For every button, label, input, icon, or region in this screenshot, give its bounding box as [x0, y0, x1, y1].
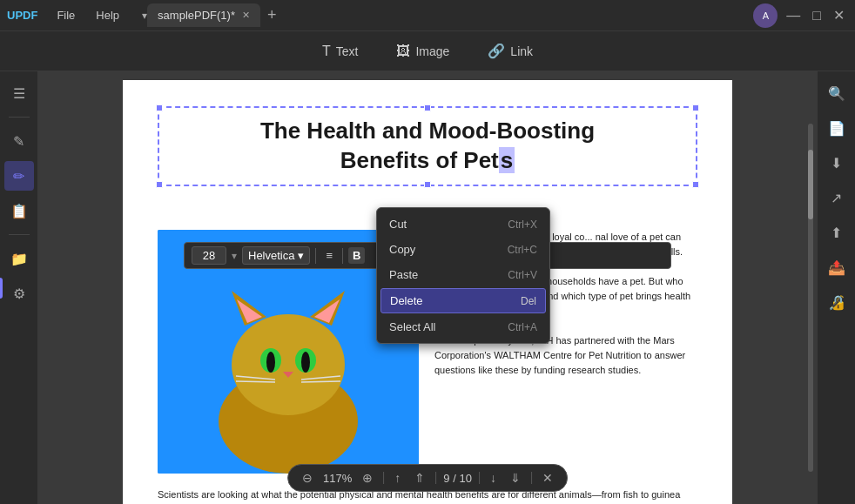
pdf-title: The Health and Mood-Boosting Benefits of… [170, 117, 685, 176]
format-align[interactable]: ≡ [321, 247, 337, 264]
toolbar-text[interactable]: T Text [313, 38, 367, 64]
bottom-bar-sep-3 [479, 472, 480, 484]
delete-label: Delete [390, 294, 423, 307]
maximize-button[interactable]: □ [809, 4, 825, 27]
paste-shortcut: Ctrl+V [508, 269, 537, 281]
svg-point-10 [301, 352, 310, 373]
font-size-input[interactable] [192, 246, 226, 265]
handle-bm[interactable] [424, 181, 431, 188]
app-logo: UPDF [7, 9, 37, 22]
right-sidebar-ocr[interactable]: 📄 [822, 113, 852, 143]
title-bar: UPDF File Help ▾ samplePDF(1)* ✕ + A — □… [0, 0, 855, 31]
delete-shortcut: Del [521, 295, 536, 307]
pdf-title-line2: Benefits of Pets [340, 147, 515, 173]
toolbar-link[interactable]: 🔗 Link [479, 37, 542, 64]
menu-help[interactable]: Help [87, 5, 128, 25]
sidebar-divider-1 [9, 117, 30, 118]
tab-add-button[interactable]: + [267, 6, 277, 24]
text-icon: T [322, 44, 331, 59]
cut-shortcut: Ctrl+X [508, 218, 537, 231]
zoom-in-button[interactable]: ⊕ [359, 469, 376, 487]
font-family-label: Helvetica [248, 249, 294, 262]
toolbar-image-label: Image [415, 44, 449, 58]
format-sep-2 [342, 248, 343, 264]
right-sidebar-stamp[interactable]: 🔏 [822, 287, 852, 317]
sidebar-icon-organize[interactable]: 📋 [4, 196, 34, 225]
svg-line-13 [236, 381, 275, 382]
context-menu-paste[interactable]: Paste Ctrl+V [377, 262, 549, 287]
left-sidebar: ☰ ✎ ✏ 📋 📁 ⚙ [0, 71, 38, 504]
toolbar-link-label: Link [510, 44, 533, 58]
handle-tm[interactable] [424, 104, 431, 111]
active-indicator [0, 278, 3, 299]
nav-top-button[interactable]: ⇑ [411, 469, 428, 487]
sidebar-divider-2 [9, 234, 30, 235]
page-indicator: 9 / 10 [443, 472, 472, 485]
tab-close-icon[interactable]: ✕ [242, 10, 250, 21]
toolbar-image[interactable]: 🖼 Image [387, 38, 458, 64]
pdf-title-line1: The Health and Mood-Boosting [260, 118, 595, 144]
nav-down-button[interactable]: ↓ [487, 469, 500, 487]
scrollbar-thumb[interactable] [808, 150, 813, 219]
right-sidebar-download[interactable]: ⬇ [822, 148, 852, 178]
handle-br[interactable] [692, 181, 699, 188]
avatar[interactable]: A [753, 3, 778, 28]
toolbar-text-label: Text [336, 44, 359, 58]
sidebar-icon-pages[interactable]: ☰ [4, 78, 34, 108]
right-sidebar-share[interactable]: ↗ [822, 183, 852, 212]
handle-tr[interactable] [692, 104, 699, 111]
svg-point-9 [266, 352, 275, 373]
sidebar-icon-forms[interactable]: 📁 [4, 244, 34, 273]
font-family-arrow: ▾ [298, 249, 304, 262]
right-sidebar-search[interactable]: 🔍 [822, 78, 852, 108]
copy-label: Copy [389, 243, 415, 256]
context-menu: Cut Ctrl+X Copy Ctrl+C Paste Ctrl+V Dele… [376, 207, 550, 344]
format-bold[interactable]: B [348, 247, 365, 264]
page-current: 9 [443, 472, 449, 485]
bottom-bar-sep-4 [531, 472, 532, 484]
format-sep-1 [315, 248, 316, 264]
nav-bottom-button[interactable]: ⇓ [507, 469, 524, 487]
select-all-label: Select All [389, 320, 435, 333]
svg-line-15 [301, 381, 340, 382]
right-sidebar-export[interactable]: 📤 [822, 252, 852, 282]
handle-bl[interactable] [156, 181, 163, 188]
nav-up-button[interactable]: ↑ [391, 469, 404, 487]
bottom-bar-sep-2 [435, 472, 436, 484]
page-total: 10 [459, 472, 471, 485]
tab-area: ▾ samplePDF(1)* ✕ + [138, 3, 750, 27]
close-nav-button[interactable]: ✕ [539, 469, 556, 487]
cut-label: Cut [389, 218, 407, 231]
font-size-arrow[interactable]: ▾ [232, 250, 237, 262]
sidebar-icon-edit[interactable]: ✎ [4, 126, 34, 156]
bottom-bar: ⊖ 117% ⊕ ↑ ⇑ 9 / 10 ↓ ⇓ ✕ [287, 464, 568, 492]
context-menu-select-all[interactable]: Select All Ctrl+A [377, 314, 549, 339]
select-all-shortcut: Ctrl+A [508, 321, 537, 333]
paste-label: Paste [389, 268, 418, 281]
tab-title: samplePDF(1)* [158, 9, 235, 22]
copy-shortcut: Ctrl+C [508, 244, 537, 256]
toolbar: T Text 🖼 Image 🔗 Link [0, 31, 855, 71]
title-selection-box: The Health and Mood-Boosting Benefits of… [158, 106, 697, 186]
right-sidebar-upload[interactable]: ⬆ [822, 218, 852, 247]
right-sidebar: 🔍 📄 ⬇ ↗ ⬆ 📤 🔏 [817, 71, 855, 504]
link-icon: 🔗 [488, 43, 505, 59]
scrollbar[interactable] [808, 124, 813, 472]
active-tab[interactable]: samplePDF(1)* ✕ [147, 3, 260, 27]
sidebar-icon-annotate[interactable]: ✏ [4, 161, 34, 191]
bottom-bar-sep-1 [383, 472, 384, 484]
context-menu-copy[interactable]: Copy Ctrl+C [377, 237, 549, 262]
sidebar-icon-settings[interactable]: ⚙ [4, 279, 34, 308]
minimize-button[interactable]: — [783, 4, 804, 27]
main-content: The Health and Mood-Boosting Benefits of… [38, 71, 817, 504]
menu-file[interactable]: File [48, 5, 84, 25]
context-menu-delete[interactable]: Delete Del [380, 288, 546, 313]
zoom-out-button[interactable]: ⊖ [299, 469, 316, 487]
handle-tl[interactable] [156, 104, 163, 111]
zoom-level: 117% [323, 472, 352, 485]
image-icon: 🖼 [396, 44, 410, 59]
font-family-dropdown[interactable]: Helvetica ▾ [242, 246, 310, 265]
window-controls: A — □ ✕ [753, 3, 848, 28]
close-button[interactable]: ✕ [830, 3, 848, 27]
context-menu-cut[interactable]: Cut Ctrl+X [377, 212, 549, 237]
